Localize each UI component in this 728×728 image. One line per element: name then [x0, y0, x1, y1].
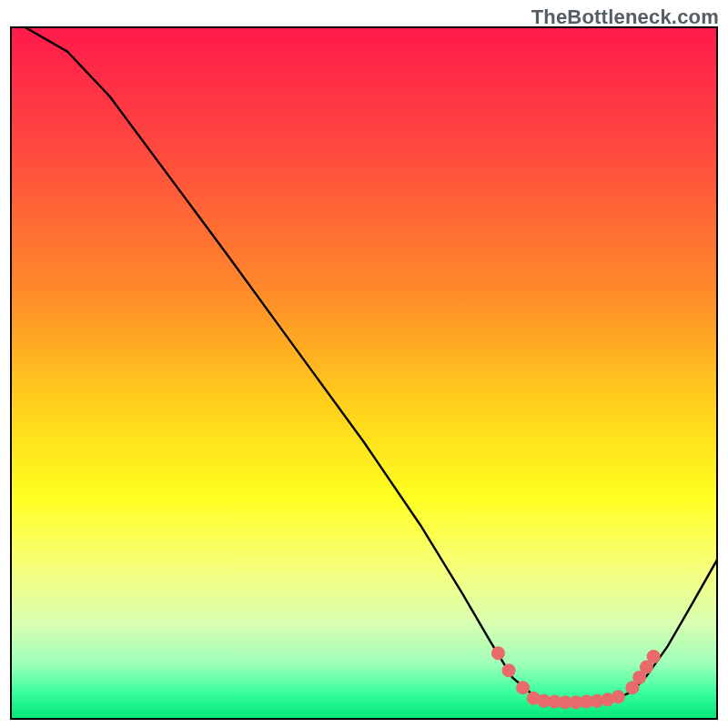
marker-dot [502, 663, 516, 677]
marker-dot [647, 650, 661, 663]
marker-dot [516, 681, 530, 694]
marker-dot [491, 646, 505, 660]
chart-container: TheBottleneck.com [0, 0, 728, 728]
gradient-background [11, 27, 717, 719]
bottleneck-chart [0, 0, 728, 728]
marker-dot [612, 690, 625, 703]
watermark-text: TheBottleneck.com [531, 5, 719, 29]
